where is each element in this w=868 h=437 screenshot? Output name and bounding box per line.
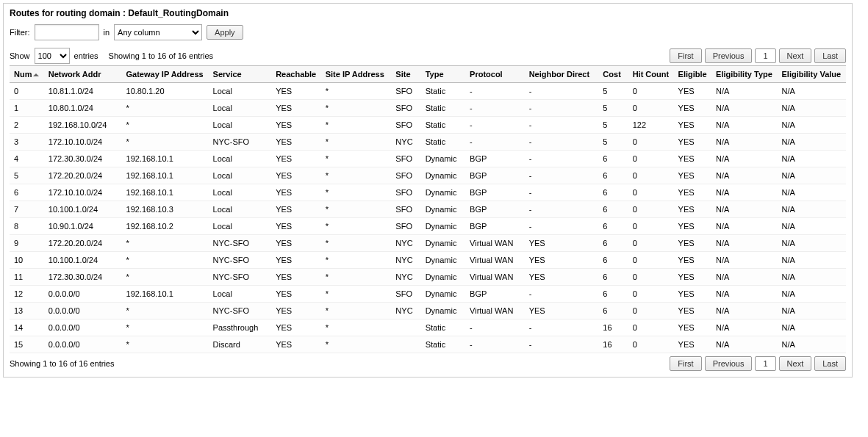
last-button[interactable]: Last (814, 48, 846, 63)
col-site[interactable]: Site (391, 66, 420, 83)
col-neighbor-direct[interactable]: Neighbor Direct (525, 66, 599, 83)
table-row[interactable]: 3172.10.10.0/24*NYC-SFOYES*NYCStatic--50… (10, 134, 846, 151)
cell-gw: 192.168.10.3 (122, 201, 209, 218)
cell-type: Static (421, 319, 465, 336)
cell-elig: YES (674, 201, 711, 218)
col-reachable[interactable]: Reachable (271, 66, 321, 83)
cell-site: NYC (391, 235, 420, 252)
table-row[interactable]: 1010.100.1.0/24*NYC-SFOYES*NYCDynamicVir… (10, 252, 846, 269)
col-eligible[interactable]: Eligible (674, 66, 711, 83)
table-row[interactable]: 810.90.1.0/24192.168.10.2LocalYES*SFODyn… (10, 218, 846, 235)
col-cost[interactable]: Cost (598, 66, 628, 83)
cell-cost: 6 (598, 235, 628, 252)
table-row[interactable]: 150.0.0.0/0*DiscardYES*Static--160YESN/A… (10, 336, 846, 353)
cell-siteip: * (321, 336, 392, 353)
col-num-label: Num (14, 70, 32, 79)
previous-button[interactable]: Previous (705, 48, 753, 63)
table-toolbar-top: Show 100 entries Showing 1 to 16 of 16 e… (10, 48, 846, 64)
table-row[interactable]: 6172.10.10.0/24192.168.10.1LocalYES*SFOD… (10, 184, 846, 201)
col-site-ip[interactable]: Site IP Address (321, 66, 392, 83)
cell-proto: BGP (465, 201, 525, 218)
col-num[interactable]: Num (10, 66, 44, 83)
col-eligibility-type[interactable]: Eligibility Type (711, 66, 777, 83)
cell-siteip: * (321, 134, 392, 151)
previous-button[interactable]: Previous (705, 356, 753, 371)
cell-hits: 0 (628, 218, 674, 235)
filter-input[interactable] (35, 24, 99, 40)
table-row[interactable]: 710.100.1.0/24192.168.10.3LocalYES*SFODy… (10, 201, 846, 218)
table-row[interactable]: 140.0.0.0/0*PassthroughYES*Static--160YE… (10, 319, 846, 336)
cell-etype: N/A (711, 336, 777, 353)
cell-net: 172.30.30.0/24 (44, 151, 122, 167)
cell-type: Static (421, 100, 465, 117)
col-network-addr[interactable]: Network Addr (44, 66, 122, 83)
cell-etype: N/A (711, 218, 777, 235)
cell-hits: 0 (628, 269, 674, 286)
cell-site: SFO (391, 151, 420, 167)
cell-eval: N/A (778, 235, 847, 252)
cell-gw: 192.168.10.1 (122, 167, 209, 184)
cell-siteip: * (321, 319, 392, 336)
show-entries-select[interactable]: 100 (35, 48, 70, 64)
page-number-button[interactable]: 1 (755, 48, 775, 63)
cell-svc: Passthrough (209, 319, 272, 336)
table-footer: Showing 1 to 16 of 16 entries First Prev… (10, 356, 846, 371)
cell-reach: YES (271, 100, 321, 117)
last-button[interactable]: Last (814, 356, 846, 371)
col-service[interactable]: Service (209, 66, 272, 83)
cell-reach: YES (271, 303, 321, 319)
cell-net: 0.0.0.0/0 (44, 336, 122, 353)
cell-site: SFO (391, 167, 420, 184)
table-row[interactable]: 110.80.1.0/24*LocalYES*SFOStatic--50YESN… (10, 100, 846, 117)
cell-proto: - (465, 100, 525, 117)
next-button[interactable]: Next (779, 48, 812, 63)
cell-cost: 6 (598, 167, 628, 184)
cell-proto: - (465, 134, 525, 151)
cell-eval: N/A (778, 201, 847, 218)
cell-num: 4 (10, 151, 44, 167)
cell-hits: 0 (628, 336, 674, 353)
table-row[interactable]: 120.0.0.0/0192.168.10.1LocalYES*SFODynam… (10, 286, 846, 303)
table-row[interactable]: 4172.30.30.0/24192.168.10.1LocalYES*SFOD… (10, 151, 846, 167)
col-gateway-ip[interactable]: Gateway IP Address (122, 66, 209, 83)
cell-type: Static (421, 134, 465, 151)
cell-reach: YES (271, 218, 321, 235)
table-row[interactable]: 2192.168.10.0/24*LocalYES*SFOStatic--512… (10, 117, 846, 134)
col-eligibility-value[interactable]: Eligibility Value (778, 66, 847, 83)
table-row[interactable]: 010.81.1.0/2410.80.1.20LocalYES*SFOStati… (10, 83, 846, 100)
cell-nd: YES (525, 269, 599, 286)
apply-button[interactable]: Apply (207, 25, 243, 40)
cell-eval: N/A (778, 286, 847, 303)
cell-nd: - (525, 218, 599, 235)
col-type[interactable]: Type (421, 66, 465, 83)
cell-cost: 5 (598, 100, 628, 117)
next-button[interactable]: Next (779, 356, 812, 371)
cell-hits: 0 (628, 201, 674, 218)
cell-net: 172.10.10.0/24 (44, 184, 122, 201)
table-row[interactable]: 130.0.0.0/0*NYC-SFOYES*NYCDynamicVirtual… (10, 303, 846, 319)
col-hit-count[interactable]: Hit Count (628, 66, 674, 83)
col-protocol[interactable]: Protocol (465, 66, 525, 83)
cell-etype: N/A (711, 252, 777, 269)
cell-elig: YES (674, 100, 711, 117)
cell-net: 192.168.10.0/24 (44, 117, 122, 134)
filter-column-select[interactable]: Any column (114, 24, 202, 40)
table-head: Num Network Addr Gateway IP Address Serv… (10, 66, 846, 83)
table-row[interactable]: 5172.20.20.0/24192.168.10.1LocalYES*SFOD… (10, 167, 846, 184)
cell-reach: YES (271, 184, 321, 201)
page-number-button[interactable]: 1 (755, 356, 775, 371)
cell-num: 10 (10, 252, 44, 269)
cell-elig: YES (674, 151, 711, 167)
cell-elig: YES (674, 167, 711, 184)
first-button[interactable]: First (670, 356, 701, 371)
cell-gw: * (122, 252, 209, 269)
cell-type: Dynamic (421, 252, 465, 269)
cell-eval: N/A (778, 269, 847, 286)
table-row[interactable]: 11172.30.30.0/24*NYC-SFOYES*NYCDynamicVi… (10, 269, 846, 286)
table-row[interactable]: 9172.20.20.0/24*NYC-SFOYES*NYCDynamicVir… (10, 235, 846, 252)
cell-cost: 6 (598, 218, 628, 235)
first-button[interactable]: First (670, 48, 701, 63)
cell-siteip: * (321, 286, 392, 303)
cell-gw: * (122, 319, 209, 336)
cell-siteip: * (321, 303, 392, 319)
